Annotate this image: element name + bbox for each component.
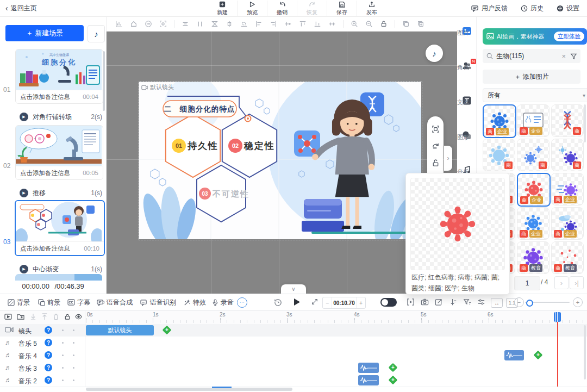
scene-card-3[interactable]: 点击添加备注信息 00:10 (15, 200, 105, 256)
align-bottom-icon[interactable] (314, 20, 321, 28)
asset-tile-virus-skyblue[interactable]: 商 企业 (517, 207, 549, 240)
help-icon[interactable]: ? (45, 364, 52, 371)
add-keyframe-icon[interactable]: + (163, 326, 172, 335)
scene-caption[interactable]: 点击添加备注信息 (20, 169, 70, 177)
time-plus-button[interactable]: + (357, 297, 365, 308)
panel-scrollbar[interactable] (584, 104, 586, 142)
tts-button[interactable]: 语音合成 (97, 294, 133, 310)
settings-button[interactable]: 设置 (557, 4, 579, 13)
trim-button[interactable] (449, 298, 457, 306)
add-image-button[interactable]: ＋ 添加图片 (483, 70, 580, 84)
filter-button[interactable] (566, 49, 580, 63)
track-option-dot[interactable] (73, 367, 74, 369)
sidebar-scrollbar[interactable] (103, 51, 105, 111)
next-page-button[interactable]: › (554, 276, 569, 289)
canvas-area[interactable]: 01 持久性 02 稳定性 03 不可逆性 二 细胞分化的特点 (107, 16, 457, 304)
add-folder-icon[interactable] (17, 313, 24, 320)
focus-object-icon[interactable] (159, 20, 167, 28)
snapshot-button[interactable] (421, 298, 429, 306)
move-down-icon[interactable] (30, 313, 36, 320)
track-row-music5[interactable]: ♬ 音乐 5 ? (0, 337, 587, 350)
tab-shapes[interactable]: 图形 (457, 130, 476, 140)
search-input[interactable]: 生物(115) × (483, 49, 570, 63)
subtitle-button[interactable]: 字幕 (67, 294, 90, 310)
help-icon[interactable]: ? (45, 326, 52, 334)
asset-tile-virus-blue[interactable]: 商 企业 (483, 104, 516, 138)
help-icon[interactable]: ? (45, 351, 52, 359)
align-center-h-icon[interactable] (182, 20, 189, 28)
effects-button[interactable]: 特效 (184, 294, 206, 310)
help-icon[interactable]: ? (45, 339, 52, 346)
asset-tile-dna-board[interactable]: 商 企业 (517, 104, 549, 137)
record-button[interactable]: 录音 (212, 294, 234, 310)
back-home-button[interactable]: ‹ 返回主页 (5, 4, 37, 13)
track-row-music3[interactable]: ♬ 音乐 3 ? + (0, 362, 587, 375)
lock-icon[interactable] (380, 20, 388, 28)
fullscreen-button[interactable] (311, 298, 319, 306)
save-button[interactable]: 保存 (327, 1, 357, 16)
track-row-camera[interactable]: 镜头 ? 默认镜头 + (0, 324, 587, 337)
page-input[interactable] (514, 276, 540, 290)
track-row-music4[interactable]: ♬ 音乐 4 ? + (0, 349, 587, 362)
scene-caption[interactable]: 点击添加备注信息 (20, 93, 70, 101)
timeline-ruler[interactable]: 0s 1s 2s 3s 4s 5s 6s (0, 310, 587, 325)
history-button[interactable]: 历史 (521, 4, 544, 13)
more-circle-icon[interactable] (145, 20, 152, 28)
home-icon[interactable] (130, 20, 138, 28)
track-option-dot[interactable] (73, 329, 74, 331)
last-page-button[interactable]: ›| (570, 276, 584, 289)
flip-icon[interactable] (432, 142, 440, 150)
timeline-collapse-tab[interactable]: ∨ (281, 284, 306, 294)
add-keyframe-icon[interactable]: + (389, 363, 398, 372)
asset-tile-virus-red[interactable]: 商 企业 (517, 173, 551, 207)
transition-row-2[interactable]: ▶ 推移 1(s) (20, 187, 102, 199)
add-keyframe-icon[interactable]: + (389, 376, 398, 385)
split-clip-button[interactable] (407, 298, 415, 306)
track-row-music2[interactable]: ♬ 音乐 2 ? + (0, 374, 587, 387)
scene-card-4-partial[interactable] (15, 274, 102, 281)
align-left-icon[interactable] (255, 20, 263, 28)
align-vertical-icon[interactable] (196, 20, 204, 28)
track-option-dot[interactable] (62, 354, 64, 356)
asset-tile-virus-violet[interactable]: 商 教育 (517, 241, 549, 274)
track-option-dot[interactable] (62, 379, 64, 381)
track-option-dot[interactable] (73, 354, 74, 356)
play-button[interactable] (292, 297, 301, 307)
timeline-zoom-in-button[interactable]: + (573, 297, 583, 307)
copy-icon[interactable] (402, 20, 410, 28)
flip-vertical-icon[interactable] (211, 20, 218, 28)
lock-icon[interactable] (64, 313, 71, 320)
slide-canvas[interactable]: 01 持久性 02 稳定性 03 不可逆性 二 细胞分化的特点 (139, 82, 421, 239)
asset-tile-viruses-blue[interactable]: 商 (517, 139, 549, 171)
camera-clip[interactable]: 默认镜头 (86, 325, 154, 335)
asset-tile-cloud-virus[interactable]: 商 企业 (551, 207, 584, 240)
transition-row-3[interactable]: ▶ 中心渐变 1(s) (20, 263, 102, 275)
audio-clip[interactable] (358, 375, 379, 385)
zoom-slider-knob[interactable] (526, 300, 533, 307)
redo-button[interactable]: 恢复 (297, 1, 327, 16)
help-icon[interactable]: ? (45, 376, 52, 384)
move-up-icon[interactable] (41, 313, 48, 320)
tab-images[interactable]: 图片 (457, 26, 476, 36)
tab-text[interactable]: 文本 (457, 96, 476, 105)
background-button[interactable]: 背景 (8, 294, 30, 310)
zoom-out-icon[interactable] (365, 20, 373, 28)
try-now-button[interactable]: 立即体验 (554, 32, 584, 41)
new-button[interactable]: 新建 (208, 1, 238, 16)
zoom-in-icon[interactable] (351, 20, 358, 28)
scene-music-button[interactable]: ♪ (88, 25, 105, 42)
edit-note-button[interactable] (435, 298, 443, 306)
align-top-icon[interactable] (299, 20, 307, 28)
visibility-icon[interactable] (75, 314, 82, 320)
scene-caption[interactable]: 点击添加备注信息 (20, 245, 70, 253)
scene-card-2[interactable]: 点击添加备注信息 00:05 (15, 125, 103, 180)
feedback-button[interactable]: 用户反馈 (471, 4, 508, 13)
new-scene-button[interactable]: ＋ 新建场景 (5, 25, 84, 41)
track-option-dot[interactable] (62, 329, 64, 331)
asset-tile-red-dots[interactable]: 商 教育 (551, 241, 584, 274)
align-center-v-icon[interactable] (284, 20, 292, 28)
chart-position-icon[interactable] (115, 20, 123, 28)
track-option-dot[interactable] (73, 342, 74, 344)
undo-button[interactable]: 撤销 (267, 1, 297, 16)
track-option-dot[interactable] (62, 367, 64, 369)
